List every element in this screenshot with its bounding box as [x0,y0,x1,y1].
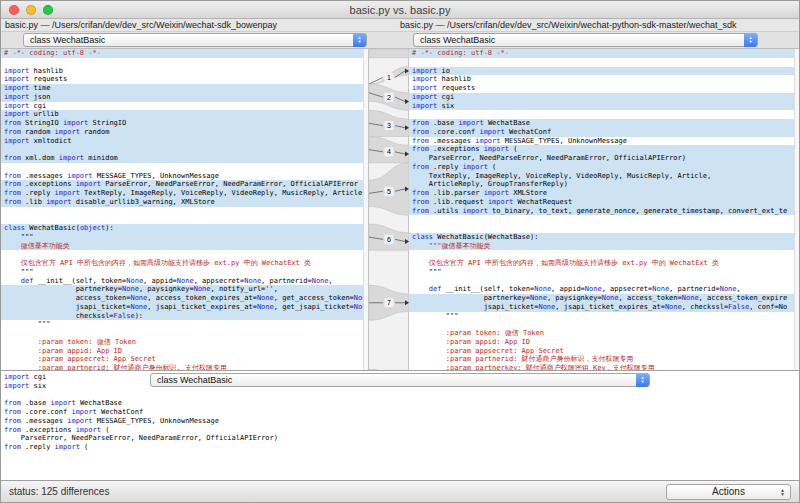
code-line: from .base import WechatBase [1,399,799,408]
code-line: from .base import WechatBase [409,119,799,128]
left-code-pane[interactable]: # -*- coding: utf-8 -*-import hashlibimp… [1,49,369,370]
right-scope-label: class WechatBasic [420,35,495,45]
code-line: from .exceptions import ( [1,426,799,435]
code-line: from .reply import ( [1,443,799,452]
chevron-up-down-icon: ▲▼ [353,33,366,47]
code-line: import cgi [409,93,799,102]
code-line: """ [1,268,368,277]
code-line: import hashlib [1,67,368,76]
right-scrollbar[interactable] [794,49,799,370]
diff-number: 6 [387,236,391,243]
code-line: ArticleReply, GroupTransferReply) [409,180,799,189]
scope-selector-row: class WechatBasic ▲▼ class WechatBasic ▲… [1,32,799,49]
code-line: """ [1,233,368,242]
diff-number: 7 [387,299,391,306]
diff-number: 1 [387,74,391,81]
minimize-button[interactable] [26,5,36,15]
code-line: from .utils import to_binary, to_text, g… [409,207,799,216]
diff-number: 4 [387,148,391,155]
code-line: import hashlib [409,75,799,84]
code-line: from .lib import disable_urllib3_warning… [1,198,368,207]
right-scope-popup[interactable]: class WechatBasic ▲▼ [413,33,758,47]
code-line: # -*- coding: utf-8 -*- [1,49,368,58]
actions-popup[interactable]: Actions ▲▼ [666,484,791,500]
diff-number: 2 [387,94,391,101]
code-line: :param appsecret: App Secret [1,355,368,364]
chevron-up-down-icon: ▲▼ [780,488,785,496]
code-line: from .reply import ( [409,163,799,172]
filemerge-window: basic.py vs. basic.py basic.py — /Users/… [0,0,800,503]
close-button[interactable] [9,5,19,15]
code-line [1,329,368,338]
code-line: """ [1,320,368,329]
code-line: 微信基本功能类 [1,242,368,251]
code-line: :param appid: App ID [409,338,799,347]
code-line [409,58,799,67]
window-title: basic.py vs. basic.py [350,4,451,16]
code-line [409,277,799,286]
actions-label: Actions [712,486,745,497]
code-line: :param partnerid: 财付通商户身份标识，支付权限专用 [409,355,799,364]
code-line [409,250,799,259]
left-scope-label: class WechatBasic [30,35,105,45]
status-bar: status: 125 differences Actions ▲▼ [1,480,799,502]
code-line: import time [1,84,368,93]
merged-scope-popup[interactable]: class WechatBasic ▲▼ [150,373,650,387]
code-line [409,110,799,119]
diff-number: 3 [387,122,391,129]
code-line: # -*- coding: utf-8 -*- [409,49,799,58]
code-line: def __init__(self, token=None, appid=Non… [1,277,368,286]
code-line: from .lib.request import WechatRequest [409,198,799,207]
code-line: ParseError, NeedParseError, NeedParamErr… [1,434,799,443]
code-line: from StringIO import StringIO [1,119,368,128]
code-line [1,391,799,400]
code-line [409,320,799,329]
right-code-pane[interactable]: # -*- coding: utf-8 -*-import ioimport h… [409,49,799,370]
code-line [1,58,368,67]
file-headers: basic.py — /Users/crifan/dev/dev_src/Wei… [1,19,799,32]
code-line: import requests [409,84,799,93]
diff-band[interactable] [369,49,409,58]
code-line: partnerkey=None, paysignkey=None, notify… [1,285,368,294]
diff-area: # -*- coding: utf-8 -*-import hashlibimp… [1,49,799,370]
code-line: from .core.conf import WechatConf [1,408,799,417]
status-text: status: 125 differences [9,486,109,497]
left-scrollbar[interactable] [363,49,368,370]
chevron-up-down-icon: ▲▼ [636,373,649,387]
diff-connectors[interactable]: 12345678 [369,49,409,370]
code-line [1,250,368,259]
code-line [1,215,368,224]
code-line: """ [409,312,799,321]
code-line: :param token: 微信 Token [409,329,799,338]
merged-code-pane[interactable]: class WechatBasic ▲▼ import cgiimport si… [1,370,799,480]
code-line: from .messages import MESSAGE_TYPES, Unk… [1,417,799,426]
code-line: ParseError, NeedParseError, NeedParamErr… [409,154,799,163]
code-line [409,224,799,233]
code-line: import urllib [1,110,368,119]
code-line: 仅包含官方 API 中所包含的内容，如需高级功能支持请移步 ext.py 中的 … [1,259,368,268]
code-line: :param appid: App ID [1,347,368,356]
right-file-path: basic.py — /Users/crifan/dev/dev_src/Wei… [396,19,799,31]
code-line: from .messages import MESSAGE_TYPES, Unk… [409,137,799,146]
code-line: jsapi_ticket=None, jsapi_ticket_expires_… [409,303,799,312]
code-line: 仅包含官方 API 中所包含的内容，如需高级功能支持请移步 ext.py 中的 … [409,259,799,268]
code-line: """ [409,268,799,277]
code-line: TextReply, ImageReply, VoiceReply, Video… [409,172,799,181]
left-scope-popup[interactable]: class WechatBasic ▲▼ [23,33,367,47]
code-line [1,207,368,216]
code-line: import six [409,102,799,111]
title-bar[interactable]: basic.py vs. basic.py [1,1,799,19]
code-line: jsapi_ticket=None, jsapi_ticket_expires_… [1,303,368,312]
diff-gutter[interactable]: 12345678 [369,49,409,370]
code-line: import cgi [1,102,368,111]
merged-scope-label: class WechatBasic [157,375,232,385]
code-line: from .exceptions import ParseError, Need… [1,180,368,189]
code-line: from .messages import MESSAGE_TYPES, Unk… [1,172,368,181]
zoom-button[interactable] [43,5,53,15]
code-line: from .core.conf import WechatConf [409,128,799,137]
code-line: :param token: 微信 Token [1,338,368,347]
code-line: from .reply import TextReply, ImageReply… [1,189,368,198]
code-line: class WechatBasic(WechatBase): [409,233,799,242]
diff-number: 5 [387,188,391,195]
code-line [1,163,368,172]
